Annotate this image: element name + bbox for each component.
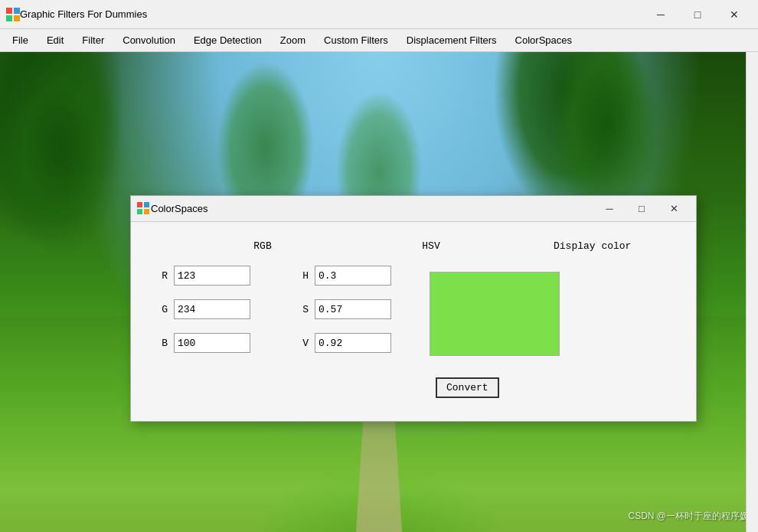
rgb-header: RGB: [201, 240, 324, 252]
g-input[interactable]: [174, 299, 250, 319]
close-button[interactable]: ✕: [717, 3, 752, 26]
color-swatch: [430, 272, 560, 356]
colorspaces-dialog: ColorSpaces ─ □ ✕ RGB HSV Display color …: [130, 195, 697, 422]
svg-rect-1: [14, 8, 20, 14]
s-label: S: [296, 304, 309, 315]
menu-displacement-filters[interactable]: Displacement Filters: [397, 31, 506, 49]
rgb-section: R G B: [155, 266, 250, 398]
g-row: G: [155, 299, 250, 319]
svg-rect-2: [6, 15, 12, 21]
b-row: B: [155, 333, 250, 353]
v-label: V: [296, 338, 309, 349]
app-icon: [6, 8, 20, 21]
h-label: H: [296, 270, 309, 282]
dialog-body: RGB HSV Display color R G B: [131, 222, 696, 421]
h-input[interactable]: [315, 266, 391, 286]
h-row: H: [296, 266, 391, 286]
r-row: R: [155, 266, 250, 286]
b-input[interactable]: [174, 333, 250, 353]
dialog-icon: [137, 202, 151, 216]
svg-rect-3: [14, 15, 20, 21]
dialog-title-bar: ColorSpaces ─ □ ✕: [131, 196, 696, 222]
r-input[interactable]: [174, 266, 250, 286]
minimize-button[interactable]: ─: [643, 3, 678, 26]
watermark: CSDN @一杯时于座的程序媛: [628, 510, 749, 523]
column-headers: RGB HSV Display color: [155, 240, 671, 252]
menu-bar: File Edit Filter Convolution Edge Detect…: [0, 29, 758, 52]
maximize-button[interactable]: □: [680, 3, 715, 26]
convert-button[interactable]: Convert: [436, 377, 499, 398]
display-section: Convert: [430, 266, 560, 398]
dialog-close-button[interactable]: ✕: [658, 199, 690, 219]
menu-custom-filters[interactable]: Custom Filters: [315, 31, 397, 49]
title-bar: Graphic Filters For Dummies ─ □ ✕: [0, 0, 758, 29]
menu-zoom[interactable]: Zoom: [271, 31, 315, 49]
b-label: B: [155, 338, 168, 349]
dialog-maximize-button[interactable]: □: [626, 199, 658, 219]
menu-filter[interactable]: Filter: [73, 31, 113, 49]
menu-edge-detection[interactable]: Edge Detection: [185, 31, 271, 49]
display-header: Display color: [554, 240, 631, 252]
v-input[interactable]: [315, 333, 391, 353]
dialog-title: ColorSpaces: [151, 203, 593, 214]
svg-rect-6: [137, 209, 142, 214]
hsv-section: H S V: [296, 266, 391, 398]
r-label: R: [155, 270, 168, 282]
app-title: Graphic Filters For Dummies: [20, 8, 643, 20]
dialog-minimize-button[interactable]: ─: [593, 199, 626, 219]
menu-colorspaces[interactable]: ColorSpaces: [506, 31, 581, 49]
scrollbar[interactable]: [746, 52, 758, 532]
svg-rect-4: [137, 202, 142, 207]
s-row: S: [296, 299, 391, 319]
svg-rect-7: [144, 209, 149, 214]
title-bar-controls: ─ □ ✕: [643, 3, 752, 26]
svg-rect-5: [144, 202, 149, 207]
g-label: G: [155, 304, 168, 315]
menu-convolution[interactable]: Convolution: [113, 31, 185, 49]
svg-rect-0: [6, 8, 12, 14]
hsv-header: HSV: [370, 240, 492, 252]
menu-edit[interactable]: Edit: [38, 31, 73, 49]
menu-file[interactable]: File: [3, 31, 38, 49]
s-input[interactable]: [315, 299, 391, 319]
input-rows: R G B H S: [155, 266, 671, 398]
v-row: V: [296, 333, 391, 353]
